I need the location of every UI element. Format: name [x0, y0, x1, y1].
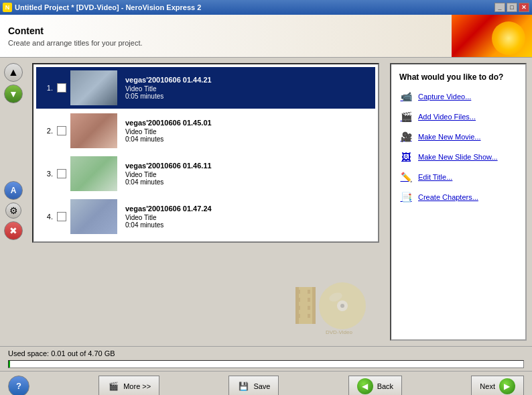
right-panel: What would you like to do? 📹 Capture Vid… [385, 58, 532, 346]
action-label: Add Video Files... [418, 113, 476, 121]
save-icon: 💾 [237, 381, 249, 392]
back-button[interactable]: ◀ Back [348, 376, 402, 396]
close-button[interactable]: ✕ [519, 3, 529, 12]
action-item[interactable]: 📹 Capture Video... [399, 90, 517, 103]
video-info: vegas'20010606 01.44.21 Video Title 0:05… [125, 76, 212, 100]
video-list-wrapper: 1. vegas'20010606 01.44.21 Video Title 0… [32, 63, 379, 341]
action-icon: 🎥 [399, 130, 413, 144]
thumb-inner [70, 70, 117, 105]
video-title: vegas'20010606 01.46.11 [125, 162, 212, 170]
action-item[interactable]: 🖼 Make New Slide Show... [399, 150, 517, 164]
svg-rect-5 [297, 306, 300, 310]
video-info: vegas'20010606 01.47.24 Video Title 0:04… [125, 205, 212, 229]
svg-rect-1 [295, 287, 299, 324]
video-subtitle: Video Title [125, 128, 212, 135]
back-button-group[interactable]: ◀ Back [348, 376, 402, 396]
action-icon: 🎬 [399, 110, 413, 123]
top-banner: Content Create and arrange titles for yo… [0, 15, 532, 58]
used-space-label: Used space: 0.01 out of 4.70 GB [8, 349, 115, 357]
action-item[interactable]: ✏️ Edit Title... [399, 170, 517, 184]
nav-up-button[interactable]: ▲ [4, 63, 23, 82]
video-item[interactable]: 1. vegas'20010606 01.44.21 Video Title 0… [36, 67, 375, 109]
video-item[interactable]: 4. vegas'20010606 01.47.24 Video Title 0… [36, 196, 375, 237]
nav-letter-button[interactable]: A [4, 181, 23, 200]
item-number: 4. [40, 213, 53, 221]
next-button-group[interactable]: Next ▶ [471, 376, 524, 396]
save-button[interactable]: 💾 Save [228, 376, 279, 396]
svg-rect-4 [297, 298, 300, 302]
svg-rect-6 [297, 314, 300, 318]
actions-heading: What would you like to do? [399, 72, 517, 82]
bottom-toolbar: ? 🎬 More >> 💾 Save ◀ Back Next ▶ [0, 371, 532, 395]
video-duration: 0:04 minutes [125, 178, 212, 186]
svg-rect-10 [308, 314, 310, 318]
action-icon: 📹 [399, 90, 413, 103]
svg-rect-7 [308, 290, 310, 294]
next-circle-icon: ▶ [499, 378, 515, 394]
next-button[interactable]: Next ▶ [471, 376, 524, 396]
maximize-button[interactable]: □ [507, 3, 517, 12]
video-title: vegas'20010606 01.47.24 [125, 205, 212, 213]
svg-rect-8 [308, 298, 310, 302]
item-number: 2. [40, 127, 53, 135]
action-item[interactable]: 📑 Create Chapters... [399, 190, 517, 204]
app-icon: N [3, 3, 12, 12]
status-bar: Used space: 0.01 out of 4.70 GB [0, 346, 532, 371]
title-bar-left: N Untitled Project * [DVD-Video] - NeroV… [3, 3, 201, 12]
svg-rect-0 [295, 287, 316, 324]
action-label: Create Chapters... [418, 193, 478, 201]
window-title: Untitled Project * [DVD-Video] - NeroVis… [15, 3, 201, 11]
video-thumbnail [70, 199, 117, 234]
thumb-inner [70, 113, 117, 148]
action-label: Capture Video... [418, 93, 471, 101]
item-checkbox[interactable] [57, 169, 66, 178]
back-circle-icon: ◀ [357, 378, 373, 394]
svg-rect-9 [308, 306, 310, 310]
action-icon: ✏️ [399, 170, 413, 184]
video-info: vegas'20010606 01.46.11 Video Title 0:04… [125, 162, 212, 186]
video-thumbnail [70, 70, 117, 105]
title-bar-controls[interactable]: _ □ ✕ [494, 3, 529, 12]
more-button[interactable]: 🎬 More >> [98, 376, 159, 396]
action-label: Make New Slide Show... [418, 153, 498, 161]
progress-bar-fill [9, 361, 10, 368]
video-title: vegas'20010606 01.44.21 [125, 76, 212, 84]
item-checkbox[interactable] [57, 126, 66, 135]
item-checkbox[interactable] [57, 83, 66, 93]
thumb-inner [70, 156, 117, 191]
action-item[interactable]: 🎥 Make New Movie... [399, 130, 517, 144]
video-item[interactable]: 2. vegas'20010606 01.45.01 Video Title 0… [36, 110, 375, 152]
nav-remove-button[interactable]: ✖ [4, 221, 23, 240]
item-checkbox[interactable] [57, 212, 66, 221]
banner-graphic [452, 15, 532, 58]
video-item[interactable]: 3. vegas'20010606 01.46.11 Video Title 0… [36, 153, 375, 194]
help-button[interactable]: ? [8, 376, 29, 396]
thumb-inner [70, 199, 117, 234]
action-label: Edit Title... [418, 173, 452, 181]
actions-box: What would you like to do? 📹 Capture Vid… [390, 63, 527, 341]
video-subtitle: Video Title [125, 171, 212, 178]
action-icon: 🖼 [399, 150, 413, 164]
video-duration: 0:05 minutes [125, 93, 212, 100]
svg-rect-2 [312, 287, 316, 324]
video-thumbnail [70, 156, 117, 191]
main-area: ▲ ▼ A ⚙ ✖ 1. vegas'20010606 01.44.21 Vid… [0, 58, 532, 346]
nav-settings-button[interactable]: ⚙ [5, 203, 21, 219]
video-thumbnail [70, 113, 117, 148]
video-subtitle: Video Title [125, 214, 212, 221]
action-item[interactable]: 🎬 Add Video Files... [399, 110, 517, 123]
svg-point-13 [340, 304, 344, 308]
video-list[interactable]: 1. vegas'20010606 01.44.21 Video Title 0… [32, 63, 379, 243]
video-info: vegas'20010606 01.45.01 Video Title 0:04… [125, 119, 212, 143]
svg-point-14 [328, 291, 344, 303]
action-icon: 📑 [399, 190, 413, 204]
left-sidebar: ▲ ▼ A ⚙ ✖ [0, 58, 27, 346]
minimize-button[interactable]: _ [494, 3, 505, 12]
banner-text: Content Create and arrange titles for yo… [8, 25, 143, 47]
item-number: 3. [40, 170, 53, 178]
item-number: 1. [40, 84, 53, 92]
progress-bar-container [8, 360, 524, 368]
svg-point-12 [337, 300, 348, 311]
video-duration: 0:04 minutes [125, 221, 212, 229]
nav-down-button[interactable]: ▼ [4, 84, 23, 103]
